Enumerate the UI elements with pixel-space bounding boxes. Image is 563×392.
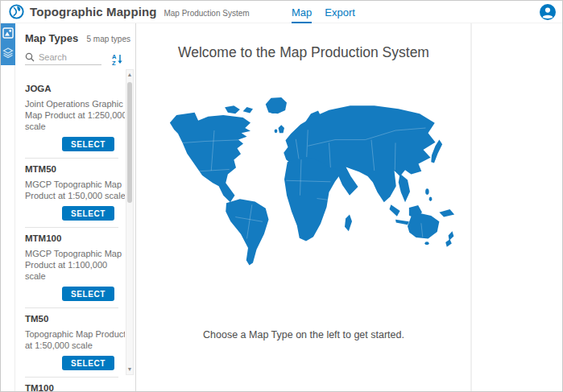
map-type-description: Joint Operations Graphic Map Product at … [25, 98, 125, 132]
nav-tab-map[interactable]: Map [292, 1, 312, 23]
map-type-description: MGCP Topographic Map Product at 1:50,000… [25, 179, 125, 201]
map-type-item: MTM100 MGCP Topographic Map Product at 1… [25, 228, 118, 308]
map-type-count: 5 map types [87, 35, 130, 43]
widget-rail-active-group [1, 23, 15, 65]
world-map-graphic [166, 93, 468, 266]
map-type-list: JOGA Joint Operations Graphic Map Produc… [15, 76, 125, 391]
app-window: Topographic Mapping Map Production Syste… [0, 0, 563, 392]
svg-text:Z: Z [112, 59, 116, 65]
map-widget-icon[interactable] [1, 23, 15, 43]
top-nav: Map Export [292, 1, 355, 23]
map-type-description: Topographic Map Product at 1:50,000 scal… [25, 328, 125, 351]
map-type-name: TM50 [25, 314, 118, 324]
sort-az-icon[interactable]: A Z [111, 53, 123, 65]
globe-icon [9, 4, 24, 19]
scrollbar-thumb[interactable] [127, 82, 132, 203]
select-button[interactable]: SELECT [62, 137, 114, 151]
chevron-down-icon[interactable]: ▼ [126, 365, 133, 374]
map-type-item: JOGA Joint Operations Graphic Map Produc… [25, 78, 118, 159]
select-button[interactable]: SELECT [62, 356, 114, 370]
panel-title: Map Types [25, 32, 78, 44]
welcome-panel: Welcome to the Map Production System [137, 23, 470, 391]
welcome-title: Welcome to the Map Production System [137, 23, 470, 61]
instruction-text: Choose a Map Type on the left to get sta… [137, 329, 470, 340]
search-icon [25, 52, 35, 62]
map-type-item: MTM50 MGCP Topographic Map Product at 1:… [25, 159, 118, 228]
select-button-row: SELECT [25, 206, 118, 221]
app-header: Topographic Mapping Map Production Syste… [1, 1, 562, 23]
map-type-name: TM100 [25, 383, 118, 391]
map-type-name: JOGA [25, 84, 118, 93]
widget-rail [1, 23, 15, 391]
search-input[interactable] [39, 52, 97, 62]
app-subtitle: Map Production System [164, 6, 249, 18]
select-button-row: SELECT [25, 356, 118, 370]
map-type-name: MTM100 [25, 233, 118, 243]
map-type-name: MTM50 [25, 164, 118, 174]
map-type-item: TM50 Topographic Map Product at 1:50,000… [25, 308, 118, 378]
map-type-description: MGCP Topographic Map Product at 1:100,00… [25, 248, 125, 282]
nav-tab-export[interactable]: Export [325, 1, 355, 23]
content-divider [470, 23, 472, 391]
app-title: Topographic Mapping [30, 5, 156, 19]
user-account-icon[interactable] [540, 4, 556, 20]
select-button-row: SELECT [25, 137, 118, 151]
main-area: Welcome to the Map Production System [137, 23, 562, 391]
list-scrollbar[interactable]: ▲ ▼ [126, 69, 134, 375]
select-button-row: SELECT [25, 287, 118, 301]
map-type-item: TM100 [25, 378, 118, 391]
map-types-panel: Map Types 5 map types A Z JOG [15, 23, 136, 391]
select-button[interactable]: SELECT [62, 206, 114, 221]
layers-icon[interactable] [1, 43, 15, 62]
select-button[interactable]: SELECT [62, 287, 114, 301]
chevron-up-icon[interactable]: ▲ [126, 70, 133, 80]
